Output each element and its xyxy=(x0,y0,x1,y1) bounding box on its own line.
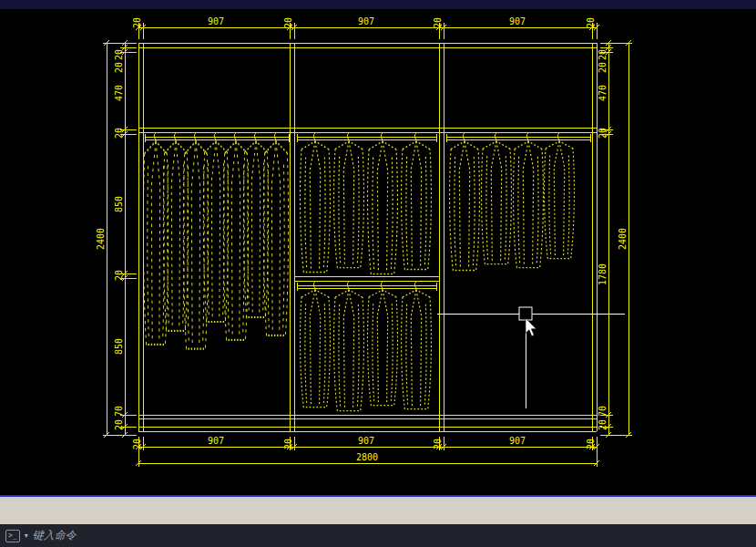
dimension-left-chain: 20 20 470 20 850 20 850 70 20 2400 xyxy=(96,40,137,438)
dim-label-overall-height-left: 2400 xyxy=(96,228,106,250)
command-input-placeholder: 键入命令 xyxy=(33,528,77,543)
dim-label: 20 xyxy=(283,439,293,449)
arrow-cursor xyxy=(526,318,536,336)
dim-label: 907 xyxy=(358,436,374,446)
drawing-canvas[interactable]: 20 907 20 907 20 907 20 20 907 20 907 20… xyxy=(0,9,756,495)
title-bar xyxy=(0,0,756,9)
dim-label: 20 xyxy=(283,17,293,28)
dim-label-overall-height-right: 2400 xyxy=(618,228,628,250)
dim-label: 20 xyxy=(433,17,443,28)
dim-label: 850 xyxy=(114,338,124,355)
dim-label: 907 xyxy=(208,16,224,26)
hanger-hooks xyxy=(154,132,562,288)
dim-label: 20 xyxy=(114,49,124,60)
dim-label: 70 xyxy=(114,406,124,417)
dimension-bottom-chain: 20 907 20 907 20 907 20 2800 xyxy=(132,436,599,467)
dim-label: 907 xyxy=(509,16,526,26)
dim-label: 20 xyxy=(114,128,124,139)
app-window: 20 907 20 907 20 907 20 20 907 20 907 20… xyxy=(0,0,756,547)
cad-viewport[interactable]: 20 907 20 907 20 907 20 20 907 20 907 20… xyxy=(0,9,756,495)
dim-label: 850 xyxy=(114,196,124,212)
dim-label: 20 xyxy=(586,17,596,28)
dim-label: 70 xyxy=(598,406,608,417)
dim-label: 907 xyxy=(509,436,526,446)
command-history-panel[interactable]: 命令: 命令: E ERASE 找到 1 个 xyxy=(0,495,756,524)
dim-label: 20 xyxy=(132,439,142,449)
dim-label: 20 xyxy=(586,439,596,449)
command-input-bar[interactable]: >_ ▾ 键入命令 xyxy=(0,524,756,547)
dim-label: 20 xyxy=(114,62,124,73)
dim-label-overall-width: 2800 xyxy=(356,452,378,462)
dim-label: 20 xyxy=(598,49,608,60)
garments-column-3 xyxy=(450,141,575,271)
garments-column-2-bottom xyxy=(301,290,432,411)
middle-shelf xyxy=(294,276,439,281)
dim-label: 20 xyxy=(132,17,142,28)
dim-label: 470 xyxy=(598,85,608,101)
dimension-top-chain: 20 907 20 907 20 907 20 xyxy=(132,16,599,39)
dim-label: 470 xyxy=(114,85,124,101)
dim-label: 20 xyxy=(114,419,124,430)
garments-column-1 xyxy=(143,141,288,349)
dim-label: 20 xyxy=(598,419,608,430)
dim-label: 907 xyxy=(208,436,224,446)
dim-label: 20 xyxy=(433,439,443,449)
dimension-right-chain: 20 20 470 20 1780 70 20 2400 xyxy=(598,40,632,438)
dim-label: 907 xyxy=(358,16,374,26)
command-prompt-icon[interactable]: >_ xyxy=(5,530,20,542)
dim-label: 20 xyxy=(598,128,608,139)
garments-column-2-top xyxy=(301,141,432,274)
dim-label: 20 xyxy=(598,62,608,73)
dim-label: 1780 xyxy=(598,263,608,285)
dropdown-arrow-icon[interactable]: ▾ xyxy=(25,532,28,540)
wardrobe-frame xyxy=(138,43,597,431)
dim-label: 20 xyxy=(114,270,124,281)
